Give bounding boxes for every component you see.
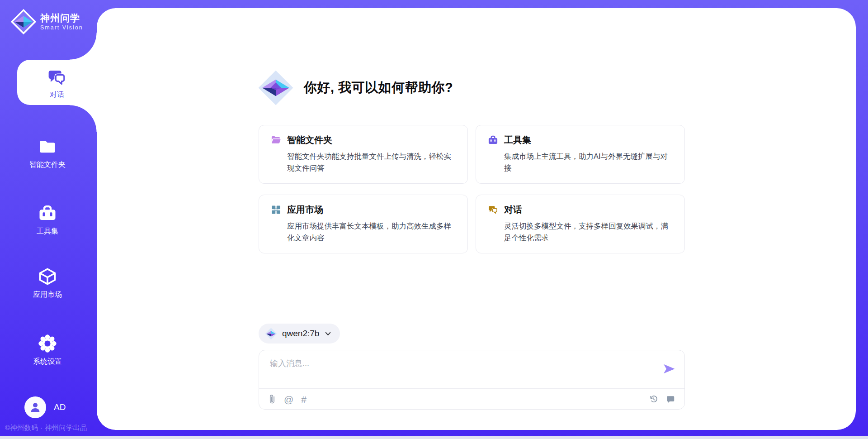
brand-logo-icon [11, 9, 36, 34]
sidebar-item-label: 智能文件夹 [29, 160, 66, 170]
hashtag-button[interactable]: # [301, 395, 307, 404]
feature-cards: 智能文件夹 智能文件夹功能支持批量文件上传与清洗，轻松实现文件问答 [259, 125, 685, 253]
card-description: 应用市场提供丰富长文本模板，助力高效生成多样化文章内容 [287, 220, 456, 243]
chat-icon [488, 205, 498, 215]
briefcase-icon [488, 135, 498, 145]
assistant-logo-icon [258, 70, 294, 106]
card-app-market[interactable]: 应用市场 应用市场提供丰富长文本模板，助力高效生成多样化文章内容 [259, 195, 468, 253]
send-icon [662, 362, 676, 376]
composer-toolbar: @ # [259, 389, 684, 410]
avatar[interactable] [24, 396, 46, 418]
brand-name: 神州问学 [40, 13, 83, 24]
history-button[interactable] [649, 394, 659, 404]
card-title: 工具集 [504, 134, 531, 146]
cube-icon [38, 267, 57, 286]
model-logo-icon [265, 328, 277, 340]
app-root: 神州问学 Smart Vision 对话 智能文件夹 [0, 0, 868, 439]
sidebar-item-settings[interactable]: 系统设置 [0, 334, 95, 367]
sidebar-item-toolset[interactable]: 工具集 [0, 204, 95, 236]
message-composer: @ # [259, 350, 685, 410]
message-input[interactable] [269, 357, 646, 386]
folder-icon [38, 137, 57, 156]
grid-icon [271, 205, 281, 215]
card-title: 智能文件夹 [287, 134, 332, 146]
new-chat-button[interactable] [665, 394, 675, 404]
greeting-title: 你好, 我可以如何帮助你? [304, 79, 453, 97]
sidebar-item-label: 应用市场 [33, 290, 62, 300]
card-description: 集成市场上主流工具，助力AI与外界无缝扩展与对接 [504, 150, 673, 174]
attach-file-button[interactable] [268, 394, 276, 404]
window-bottom-edge [0, 436, 868, 439]
user-row[interactable]: AD [24, 396, 66, 418]
person-icon [28, 401, 42, 414]
card-description: 智能文件夹功能支持批量文件上传与清洗，轻松实现文件问答 [287, 150, 456, 174]
chat-bubble-icon [665, 394, 675, 404]
card-title: 应用市场 [287, 204, 323, 216]
main-panel: 你好, 我可以如何帮助你? 智能文件夹 智能文件夹功能支持批量文件上传与清洗，轻… [97, 8, 856, 430]
card-smart-folder[interactable]: 智能文件夹 智能文件夹功能支持批量文件上传与清洗，轻松实现文件问答 [259, 125, 468, 184]
sidebar-item-app-market[interactable]: 应用市场 [0, 267, 95, 300]
sidebar-item-smart-folder[interactable]: 智能文件夹 [0, 137, 95, 170]
model-selector[interactable]: qwen2:7b [259, 324, 340, 344]
brand-subtitle: Smart Vision [40, 24, 83, 31]
mention-button[interactable]: @ [284, 395, 293, 404]
sidebar-item-label: 系统设置 [33, 357, 62, 367]
copyright-text: ©神州数码 · 神州问学出品 [5, 424, 100, 432]
card-toolset[interactable]: 工具集 集成市场上主流工具，助力AI与外界无缝扩展与对接 [476, 125, 685, 184]
brand: 神州问学 Smart Vision [11, 9, 83, 34]
sidebar-item-label: 对话 [50, 90, 64, 100]
folder-open-icon [271, 135, 281, 145]
chevron-down-icon [324, 330, 332, 338]
sidebar-item-label: 工具集 [37, 227, 58, 236]
greeting: 你好, 我可以如何帮助你? [258, 70, 453, 106]
chat-icon [47, 67, 66, 86]
user-name: AD [54, 402, 66, 412]
card-chat[interactable]: 对话 灵活切换多模型文件，支持多样回复效果调试，满足个性化需求 [476, 195, 685, 253]
sidebar-item-chat[interactable]: 对话 [17, 67, 97, 100]
history-icon [649, 394, 659, 404]
card-description: 灵活切换多模型文件，支持多样回复效果调试，满足个性化需求 [504, 220, 673, 243]
briefcase-icon [38, 204, 57, 223]
paperclip-icon [268, 394, 276, 404]
send-button[interactable] [662, 362, 676, 376]
model-name: qwen2:7b [282, 329, 319, 339]
card-title: 对话 [504, 204, 522, 216]
gear-icon [38, 334, 57, 353]
sidebar: 神州问学 Smart Vision 对话 智能文件夹 [0, 0, 97, 439]
